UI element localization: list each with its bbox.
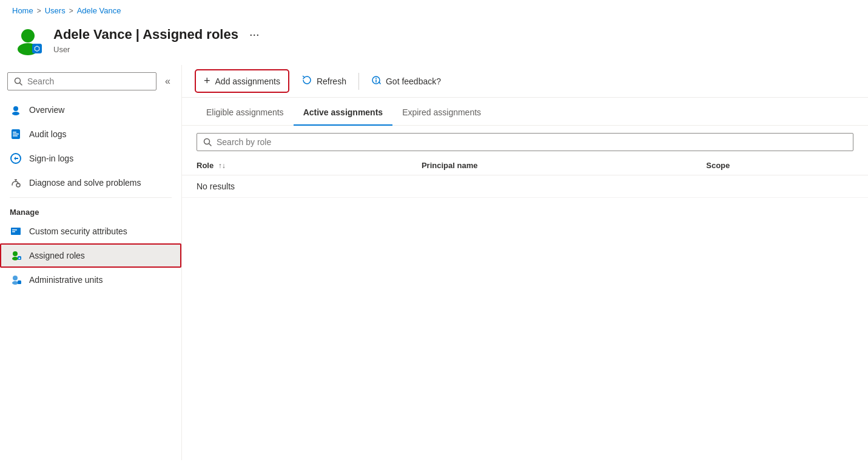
column-role-label: Role bbox=[197, 161, 214, 170]
add-icon: + bbox=[204, 75, 210, 87]
signin-icon bbox=[10, 152, 22, 164]
svg-line-31 bbox=[209, 144, 212, 146]
svg-point-6 bbox=[13, 106, 18, 111]
sidebar-collapse-button[interactable]: « bbox=[161, 73, 174, 89]
sidebar-item-signin-label: Sign-in logs bbox=[29, 154, 73, 163]
main-layout: « Overview bbox=[0, 65, 868, 460]
sidebar: « Overview bbox=[0, 65, 182, 460]
sidebar-item-overview-label: Overview bbox=[29, 105, 64, 115]
sidebar-item-overview[interactable]: Overview bbox=[0, 98, 181, 122]
svg-rect-17 bbox=[12, 229, 17, 231]
svg-point-19 bbox=[13, 251, 18, 256]
breadcrumb-home[interactable]: Home bbox=[12, 6, 33, 15]
table-body: No results bbox=[182, 175, 868, 198]
toolbar: + Add assignments Refresh bbox=[182, 65, 868, 98]
svg-point-25 bbox=[12, 281, 18, 285]
tab-expired-label: Expired assignments bbox=[402, 107, 481, 117]
sidebar-item-audit-label: Audit logs bbox=[29, 129, 66, 139]
sidebar-item-assigned-roles[interactable]: Assigned roles bbox=[0, 243, 181, 268]
feedback-icon bbox=[371, 75, 381, 87]
column-role[interactable]: Role ↑↓ bbox=[182, 156, 407, 175]
add-assignments-button[interactable]: + Add assignments bbox=[197, 71, 288, 91]
assignment-tabs: Eligible assignments Active assignments … bbox=[182, 100, 868, 126]
refresh-button[interactable]: Refresh bbox=[295, 72, 354, 90]
page-title-text: Adele Vance | Assigned roles bbox=[53, 27, 238, 42]
tab-eligible-label: Eligible assignments bbox=[206, 107, 284, 117]
admin-units-icon bbox=[10, 274, 22, 286]
manage-section-label: Manage bbox=[0, 200, 181, 219]
content-area: + Add assignments Refresh bbox=[182, 65, 868, 460]
role-search-icon bbox=[203, 138, 212, 146]
role-search-input[interactable] bbox=[217, 137, 847, 147]
column-scope-label: Scope bbox=[706, 161, 730, 170]
svg-rect-9 bbox=[13, 132, 16, 133]
column-principal: Principal name bbox=[407, 156, 691, 175]
tab-expired[interactable]: Expired assignments bbox=[392, 100, 491, 126]
tab-active[interactable]: Active assignments bbox=[294, 100, 393, 126]
page-header-info: Adele Vance | Assigned roles ··· User bbox=[53, 25, 856, 54]
svg-rect-10 bbox=[13, 134, 19, 135]
sidebar-item-assigned-label: Assigned roles bbox=[29, 251, 85, 260]
sidebar-item-diagnose[interactable]: Diagnose and solve problems bbox=[0, 171, 181, 195]
sidebar-item-admin-units[interactable]: Administrative units bbox=[0, 268, 181, 292]
user-avatar: ⬡ bbox=[12, 24, 44, 55]
sidebar-search-row: « bbox=[0, 67, 181, 98]
page-header: ⬡ Adele Vance | Assigned roles ··· User bbox=[0, 19, 868, 65]
no-results-row: No results bbox=[182, 175, 868, 198]
role-search-row bbox=[182, 126, 868, 156]
role-search-box[interactable] bbox=[197, 133, 853, 151]
breadcrumb-sep-2: > bbox=[69, 7, 73, 15]
assigned-roles-icon bbox=[10, 249, 22, 262]
svg-rect-18 bbox=[12, 231, 15, 232]
sidebar-item-audit-logs[interactable]: Audit logs bbox=[0, 122, 181, 146]
more-options-button[interactable]: ··· bbox=[244, 25, 264, 44]
breadcrumb-users[interactable]: Users bbox=[45, 6, 66, 15]
sort-icon: ↑↓ bbox=[218, 161, 226, 170]
svg-rect-26 bbox=[18, 280, 21, 284]
breadcrumb-current[interactable]: Adele Vance bbox=[77, 6, 121, 15]
sidebar-item-diagnose-label: Diagnose and solve problems bbox=[29, 178, 141, 188]
search-icon bbox=[14, 77, 22, 86]
refresh-label: Refresh bbox=[317, 76, 346, 86]
overview-icon bbox=[10, 104, 22, 116]
column-principal-label: Principal name bbox=[422, 161, 477, 170]
sidebar-item-custom-security[interactable]: Custom security attributes bbox=[0, 219, 181, 243]
diagnose-icon bbox=[10, 177, 22, 189]
svg-rect-16 bbox=[11, 228, 21, 235]
sidebar-item-signin-logs[interactable]: Sign-in logs bbox=[0, 146, 181, 171]
breadcrumb: Home > Users > Adele Vance bbox=[0, 0, 868, 19]
svg-text:⬡: ⬡ bbox=[34, 45, 40, 52]
no-results-cell: No results bbox=[182, 175, 407, 198]
sidebar-item-custom-label: Custom security attributes bbox=[29, 226, 127, 236]
assignments-table: Role ↑↓ Principal name Scope No results bbox=[182, 156, 868, 198]
custom-security-icon bbox=[10, 225, 22, 237]
breadcrumb-sep-1: > bbox=[37, 7, 41, 15]
refresh-icon bbox=[302, 75, 312, 87]
toolbar-separator bbox=[358, 73, 359, 90]
sidebar-item-admin-label: Administrative units bbox=[29, 275, 103, 285]
sidebar-search-input[interactable] bbox=[27, 76, 150, 86]
sidebar-navigation: Overview Audit logs bbox=[0, 98, 181, 460]
tab-active-label: Active assignments bbox=[303, 107, 383, 117]
audit-icon bbox=[10, 128, 22, 140]
add-assignments-label: Add assignments bbox=[215, 76, 280, 86]
tab-eligible[interactable]: Eligible assignments bbox=[197, 100, 294, 126]
feedback-label: Got feedback? bbox=[386, 76, 441, 86]
sidebar-search-box[interactable] bbox=[7, 72, 156, 90]
page-title: Adele Vance | Assigned roles ··· bbox=[53, 25, 856, 44]
page-subtitle: User bbox=[53, 45, 856, 54]
svg-point-20 bbox=[12, 257, 18, 260]
table-header: Role ↑↓ Principal name Scope bbox=[182, 156, 868, 175]
svg-rect-11 bbox=[13, 135, 18, 137]
svg-point-0 bbox=[21, 29, 35, 42]
column-scope: Scope bbox=[691, 156, 868, 175]
svg-point-24 bbox=[13, 276, 18, 280]
feedback-button[interactable]: Got feedback? bbox=[364, 72, 448, 90]
svg-point-7 bbox=[12, 112, 19, 115]
nav-divider bbox=[10, 197, 172, 198]
svg-line-5 bbox=[20, 83, 22, 86]
svg-point-28 bbox=[375, 78, 377, 79]
